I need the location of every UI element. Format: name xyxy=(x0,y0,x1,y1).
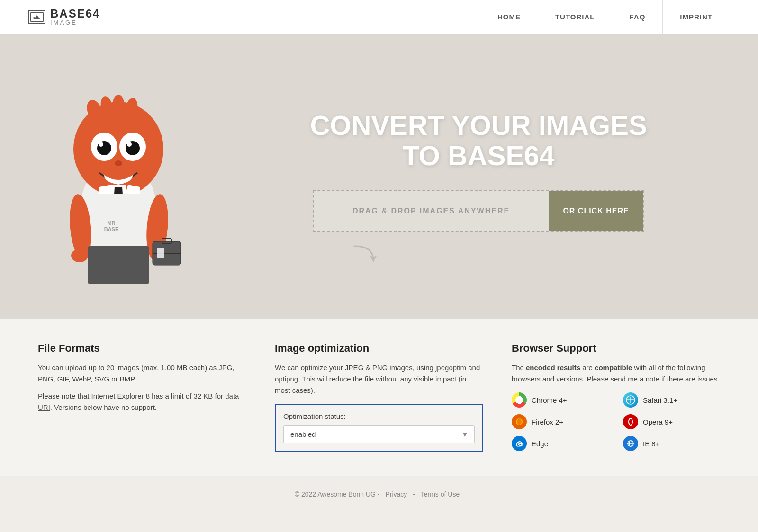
ie-icon xyxy=(623,436,638,451)
firefox-icon xyxy=(512,414,527,429)
svg-rect-20 xyxy=(85,194,152,251)
svg-point-23 xyxy=(71,249,88,262)
nav-home[interactable]: HOME xyxy=(480,0,538,34)
footer-sep1: - xyxy=(378,490,382,498)
safari-icon xyxy=(623,392,638,408)
svg-point-14 xyxy=(127,142,132,147)
ie-label: IE 8+ xyxy=(643,440,659,448)
optipng-link[interactable]: optipng xyxy=(275,375,298,383)
file-formats-heading: File Formats xyxy=(38,342,246,355)
mascot-area: MR BASE xyxy=(38,57,237,286)
svg-text:MR: MR xyxy=(107,220,115,226)
chrome-label: Chrome 4+ xyxy=(532,396,567,404)
footer-sep2: - xyxy=(413,490,417,498)
image-optimization-card: Image optimization We can optimize your … xyxy=(275,342,483,452)
logo-text: BASE64 IMAGE xyxy=(50,8,100,26)
browser-item-firefox: Firefox 2+ xyxy=(512,414,609,429)
svg-point-2 xyxy=(33,17,35,19)
browser-item-opera: Opera 9+ xyxy=(623,414,720,429)
edge-label: Edge xyxy=(532,440,548,448)
footer: © 2022 Awesome Bonn UG - Privacy - Terms… xyxy=(0,476,758,512)
file-formats-para2: Please note that Internet Explorer 8 has… xyxy=(38,390,246,413)
hero-title: CONVERT YOUR IMAGES TO BASE64 xyxy=(310,110,647,171)
file-formats-para1: You can upload up to 20 images (max. 1.0… xyxy=(38,362,246,385)
nav-tutorial[interactable]: TUTORIAL xyxy=(538,0,612,34)
browser-item-chrome: Chrome 4+ xyxy=(512,392,609,408)
svg-rect-31 xyxy=(125,270,144,284)
safari-label: Safari 3.1+ xyxy=(643,396,677,404)
svg-rect-28 xyxy=(157,248,164,258)
logo-base64-text: BASE64 xyxy=(50,8,100,19)
nav-imprint[interactable]: IMPRINT xyxy=(662,0,730,34)
browser-item-ie: IE 8+ xyxy=(623,436,720,451)
info-section: File Formats You can upload up to 20 ima… xyxy=(0,318,758,476)
mascot-svg: MR BASE xyxy=(38,57,199,284)
jpegoptim-link[interactable]: jpegoptim xyxy=(435,364,466,372)
main-nav: HOME TUTORIAL FAQ IMPRINT xyxy=(480,0,730,34)
logo-image-text: IMAGE xyxy=(50,19,100,26)
optimization-box: Optimization status: enabled disabled ▼ xyxy=(275,404,483,452)
browser-item-edge: Edge xyxy=(512,436,609,451)
svg-rect-30 xyxy=(92,270,112,284)
terms-link[interactable]: Terms of Use xyxy=(421,490,460,498)
svg-text:BASE: BASE xyxy=(104,226,119,232)
header: BASE64 IMAGE HOME TUTORIAL FAQ IMPRINT xyxy=(0,0,758,34)
arrow-hint xyxy=(345,241,383,275)
hero-section: MR BASE CONVERT YOUR IMAGES TO BASE64 DR… xyxy=(0,34,758,318)
svg-point-15 xyxy=(115,160,122,166)
nav-faq[interactable]: FAQ xyxy=(612,0,662,34)
image-optimization-heading: Image optimization xyxy=(275,342,483,355)
optimization-select-wrapper: enabled disabled ▼ xyxy=(283,425,475,443)
browser-support-card: Browser Support The encoded results are … xyxy=(512,342,720,452)
upload-area[interactable]: DRAG & DROP IMAGES ANYWHERE OR CLICK HER… xyxy=(313,190,644,232)
logo-icon xyxy=(28,10,45,24)
chrome-icon xyxy=(512,392,527,408)
image-optimization-desc: We can optimize your JPEG & PNG images, … xyxy=(275,362,483,396)
browser-grid: Chrome 4+ Safari 3.1+ Firefox 2+ xyxy=(512,392,720,451)
copyright-text: © 2022 Awesome Bonn UG xyxy=(295,490,376,498)
logo-area: BASE64 IMAGE xyxy=(28,8,100,26)
optimization-label: Optimization status: xyxy=(283,412,475,420)
firefox-label: Firefox 2+ xyxy=(532,418,563,426)
file-formats-card: File Formats You can upload up to 20 ima… xyxy=(38,342,246,452)
opera-icon xyxy=(623,414,638,429)
hero-content: CONVERT YOUR IMAGES TO BASE64 DRAG & DRO… xyxy=(237,110,720,232)
drag-drop-zone[interactable]: DRAG & DROP IMAGES ANYWHERE xyxy=(314,191,549,231)
browser-support-desc: The encoded results are compatible with … xyxy=(512,362,720,385)
opera-label: Opera 9+ xyxy=(643,418,673,426)
svg-point-38 xyxy=(627,418,634,426)
click-here-button[interactable]: OR CLICK HERE xyxy=(549,191,643,231)
optimization-select[interactable]: enabled disabled xyxy=(283,425,475,443)
edge-icon xyxy=(512,436,527,451)
browser-item-safari: Safari 3.1+ xyxy=(623,392,720,408)
svg-point-7 xyxy=(113,95,124,114)
browser-support-heading: Browser Support xyxy=(512,342,720,355)
svg-point-13 xyxy=(99,142,103,147)
privacy-link[interactable]: Privacy xyxy=(385,490,407,498)
